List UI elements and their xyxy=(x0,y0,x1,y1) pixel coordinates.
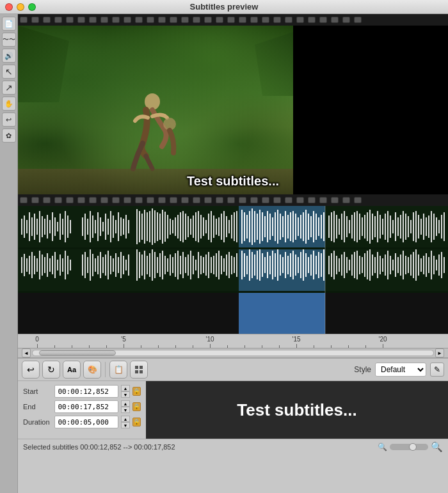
svg-rect-107 xyxy=(290,212,291,241)
maximize-button[interactable] xyxy=(28,3,36,11)
preview-subtitle-text: Test subtitles... xyxy=(237,400,356,420)
svg-rect-14 xyxy=(34,214,35,240)
svg-rect-153 xyxy=(410,220,412,233)
duration-up[interactable]: ▲ xyxy=(121,416,129,422)
svg-rect-76 xyxy=(208,214,209,240)
redo-button[interactable]: ↻ xyxy=(42,361,60,379)
svg-rect-101 xyxy=(275,212,276,241)
svg-rect-288 xyxy=(349,260,350,270)
svg-rect-268 xyxy=(295,254,296,276)
svg-rect-63 xyxy=(175,217,176,236)
style-select[interactable]: Default xyxy=(375,363,426,377)
end-up[interactable]: ▲ xyxy=(121,400,129,407)
svg-rect-86 xyxy=(234,212,235,241)
end-lock[interactable]: 🔒 xyxy=(132,402,141,411)
svg-rect-256 xyxy=(264,257,266,273)
svg-rect-172 xyxy=(31,252,33,278)
start-input[interactable] xyxy=(54,385,118,398)
svg-rect-126 xyxy=(341,214,342,240)
undo-button[interactable]: ↩ xyxy=(22,361,40,379)
svg-rect-82 xyxy=(223,211,225,242)
svg-rect-275 xyxy=(313,251,314,279)
svg-rect-187 xyxy=(70,260,71,270)
duration-input[interactable] xyxy=(54,416,118,428)
ruler-0: 0 xyxy=(35,336,39,343)
start-spinner[interactable]: ▲ ▼ xyxy=(121,385,129,398)
svg-rect-304 xyxy=(390,256,391,274)
end-input[interactable] xyxy=(54,400,118,413)
svg-rect-319 xyxy=(428,257,429,273)
scrollbar-area[interactable]: ◄ ► xyxy=(18,348,448,358)
scroll-left-button[interactable]: ◄ xyxy=(22,348,31,357)
copy-button[interactable]: 📋 xyxy=(109,361,127,379)
undo-tool[interactable]: ↩ xyxy=(2,113,16,127)
svg-rect-85 xyxy=(231,215,232,239)
file-tool[interactable]: 📄 xyxy=(2,17,16,31)
svg-rect-217 xyxy=(162,251,163,279)
scroll-right-button[interactable]: ► xyxy=(435,348,444,357)
svg-rect-281 xyxy=(331,253,332,277)
waveform-area[interactable] xyxy=(18,206,448,334)
svg-rect-283 xyxy=(336,256,337,274)
svg-rect-210 xyxy=(144,251,145,279)
close-button[interactable] xyxy=(5,3,13,11)
svg-rect-136 xyxy=(367,212,368,241)
duration-down[interactable]: ▼ xyxy=(121,422,129,428)
hand-tool[interactable]: ✋ xyxy=(2,97,16,111)
svg-rect-324 xyxy=(441,252,442,278)
svg-rect-185 xyxy=(65,251,66,279)
svg-rect-179 xyxy=(49,258,51,272)
svg-rect-203 xyxy=(120,252,122,278)
flower-tool[interactable]: ✿ xyxy=(2,129,16,143)
pointer-tool[interactable]: ↗ xyxy=(2,81,16,95)
zoom-slider[interactable] xyxy=(390,444,428,450)
svg-rect-106 xyxy=(287,215,289,239)
svg-rect-39 xyxy=(108,219,109,235)
minimize-button[interactable] xyxy=(17,3,24,11)
zoom-in-icon[interactable]: 🔍 xyxy=(431,441,443,453)
svg-rect-141 xyxy=(380,215,381,239)
zoom-thumb[interactable] xyxy=(409,443,417,451)
style-label: Style xyxy=(354,365,371,374)
cursor-tool[interactable]: ↖ xyxy=(2,65,16,79)
svg-rect-253 xyxy=(257,251,258,279)
style-edit-button[interactable]: ✎ xyxy=(430,363,444,377)
end-spinner[interactable]: ▲ ▼ xyxy=(121,400,129,413)
svg-rect-160 xyxy=(428,215,429,238)
start-lock[interactable]: 🔒 xyxy=(132,387,141,396)
window-title: Subtitles preview xyxy=(190,2,259,12)
svg-rect-169 xyxy=(24,254,25,276)
svg-rect-109 xyxy=(295,214,296,240)
svg-rect-118 xyxy=(318,217,319,236)
duration-spinner[interactable]: ▲ ▼ xyxy=(121,416,129,428)
svg-rect-57 xyxy=(159,214,161,240)
waveform-tool[interactable]: 〜〜 xyxy=(2,33,16,47)
scrollbar-thumb[interactable] xyxy=(39,350,116,356)
grid-button[interactable] xyxy=(130,361,148,379)
end-down[interactable]: ▼ xyxy=(121,407,129,413)
svg-rect-147 xyxy=(395,212,396,241)
speaker-tool[interactable]: 🔊 xyxy=(2,49,16,63)
start-up[interactable]: ▲ xyxy=(121,385,129,391)
svg-rect-318 xyxy=(426,253,427,277)
svg-rect-198 xyxy=(108,251,109,279)
start-down[interactable]: ▼ xyxy=(121,391,129,398)
svg-rect-38 xyxy=(105,214,106,240)
svg-rect-65 xyxy=(180,212,181,241)
color-button[interactable]: 🎨 xyxy=(83,361,101,379)
svg-rect-61 xyxy=(170,219,171,235)
svg-rect-237 xyxy=(213,256,214,274)
svg-rect-296 xyxy=(369,249,371,281)
svg-rect-291 xyxy=(356,251,358,279)
svg-rect-113 xyxy=(305,210,307,244)
scrollbar-track[interactable] xyxy=(32,350,434,356)
svg-rect-97 xyxy=(264,216,266,237)
duration-lock[interactable]: 🔒 xyxy=(132,418,141,426)
svg-rect-261 xyxy=(277,249,278,281)
svg-rect-329 xyxy=(140,366,143,369)
svg-rect-276 xyxy=(316,256,317,274)
svg-rect-10 xyxy=(24,215,25,238)
font-button[interactable]: Aa xyxy=(63,361,81,379)
zoom-out-icon[interactable]: 🔍 xyxy=(378,442,387,451)
svg-rect-125 xyxy=(339,219,340,235)
